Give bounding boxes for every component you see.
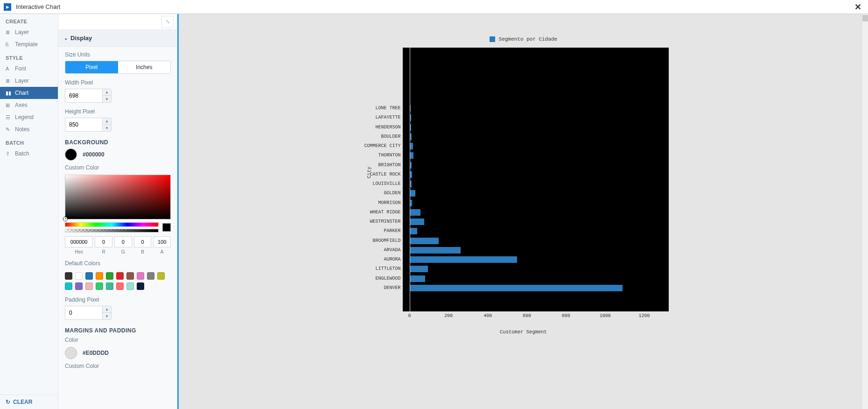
default-colors-label: Default Colors xyxy=(65,260,171,267)
palette-swatch[interactable] xyxy=(75,282,83,290)
palette-swatch[interactable] xyxy=(65,282,72,290)
size-units-label: Size Units xyxy=(65,51,171,58)
spinner-up-icon[interactable]: ▲ xyxy=(103,306,111,313)
palette-swatch[interactable] xyxy=(157,272,165,280)
spinner-up-icon[interactable]: ▲ xyxy=(103,118,111,125)
bar xyxy=(410,275,426,282)
y-tick-label: BOULDER xyxy=(361,134,401,139)
height-input[interactable] xyxy=(65,118,102,132)
close-icon[interactable]: ✕ xyxy=(852,2,864,12)
bar xyxy=(410,228,418,234)
nav-item-font[interactable]: AFont xyxy=(0,63,58,75)
palette-swatch[interactable] xyxy=(126,272,134,280)
nav-item-layer[interactable]: ≣Layer xyxy=(0,26,58,38)
margins-color-label: Color xyxy=(65,337,171,343)
g-input[interactable] xyxy=(114,236,132,247)
vertical-scrollbar[interactable] xyxy=(862,14,868,409)
palette-swatch[interactable] xyxy=(106,272,113,280)
b-input[interactable] xyxy=(134,236,152,247)
a-input[interactable] xyxy=(153,236,171,247)
nav-section-create: CREATE xyxy=(0,14,58,26)
spinner-down-icon[interactable]: ▼ xyxy=(103,313,111,319)
layer-icon: ≣ xyxy=(6,78,12,84)
bar xyxy=(410,152,413,159)
palette-swatch[interactable] xyxy=(85,272,93,280)
margins-swatch[interactable] xyxy=(65,347,77,359)
alpha-slider[interactable] xyxy=(65,229,159,233)
hex-input[interactable] xyxy=(65,236,93,247)
x-tick-labels: 020040060080010001200 xyxy=(403,311,669,321)
chart-figure: Segmento por Cidade City LONE TREELAFAYE… xyxy=(361,18,686,405)
palette-swatch[interactable] xyxy=(116,272,124,280)
bar xyxy=(410,285,623,291)
palette-swatch[interactable] xyxy=(106,282,113,290)
nav-item-batch[interactable]: ⇪Batch xyxy=(0,148,58,160)
palette-swatch[interactable] xyxy=(85,282,93,290)
nav-item-chart[interactable]: ▮▮Chart xyxy=(0,87,58,99)
chart-icon: ▮▮ xyxy=(6,90,12,96)
nav-item-notes[interactable]: ✎Notes xyxy=(0,123,58,135)
palette-swatch[interactable] xyxy=(65,272,72,280)
palette-swatch[interactable] xyxy=(116,282,124,290)
nav-item-layer-style[interactable]: ≣Layer xyxy=(0,75,58,87)
hue-slider[interactable] xyxy=(65,222,159,227)
properties-panel: ⤡ ⌄ Display Size Units Pixel Inches Widt… xyxy=(58,14,179,409)
collapse-panel-button[interactable]: ⤡ xyxy=(161,16,174,28)
palette-swatch[interactable] xyxy=(137,282,144,290)
nav-item-template[interactable]: ⎘Template xyxy=(0,38,58,50)
custom-color-label: Custom Color xyxy=(65,164,171,171)
x-tick-label: 200 xyxy=(444,313,453,318)
y-tick-label: BROOMFIELD xyxy=(361,238,401,243)
axes-icon: ⊞ xyxy=(6,102,12,108)
layer-icon: ≣ xyxy=(6,29,12,35)
spinner-up-icon[interactable]: ▲ xyxy=(103,89,111,96)
bar xyxy=(410,256,518,263)
refresh-icon: ↻ xyxy=(6,399,10,405)
height-label: Height Pixel xyxy=(65,108,171,115)
y-tick-label: LONE TREE xyxy=(361,106,401,111)
x-tick-label: 1200 xyxy=(639,313,650,318)
clear-button[interactable]: ↻CLEAR xyxy=(0,395,58,409)
nav-item-legend[interactable]: ☰Legend xyxy=(0,111,58,123)
y-tick-label: THORNTON xyxy=(361,153,401,158)
padding-input[interactable] xyxy=(65,306,102,320)
font-icon: A xyxy=(6,66,12,71)
bar xyxy=(410,266,428,272)
app-icon: ▶ xyxy=(4,3,11,11)
size-units-segmented: Pixel Inches xyxy=(65,61,171,74)
y-tick-label: WHEAT RIDGE xyxy=(361,210,401,215)
palette-swatch[interactable] xyxy=(96,282,103,290)
palette-swatch[interactable] xyxy=(96,272,103,280)
color-cursor[interactable] xyxy=(63,217,67,221)
background-hex-label: #000000 xyxy=(83,151,105,158)
margins-hex-label: #E0DDDD xyxy=(83,350,109,356)
background-swatch[interactable] xyxy=(65,148,77,161)
palette-swatch[interactable] xyxy=(137,272,144,280)
custom-color-label-2: Custom Color xyxy=(65,363,171,369)
y-tick-label: AURORA xyxy=(361,257,401,262)
x-tick-label: 0 xyxy=(408,313,411,318)
r-input[interactable] xyxy=(95,236,112,247)
y-tick-label: COMMERCE CITY xyxy=(361,143,401,148)
x-tick-label: 600 xyxy=(523,313,531,318)
palette-swatch[interactable] xyxy=(126,282,134,290)
accordion-display[interactable]: ⌄ Display xyxy=(58,30,177,47)
size-units-pixel[interactable]: Pixel xyxy=(65,61,118,73)
saturation-value-field[interactable] xyxy=(65,175,171,219)
y-tick-label: BRIGHTON xyxy=(361,162,401,168)
width-label: Width Pixel xyxy=(65,79,171,86)
size-units-inches[interactable]: Inches xyxy=(118,61,171,73)
bar xyxy=(410,143,413,149)
palette-swatch[interactable] xyxy=(147,272,154,280)
chart-legend: Segmento por Cidade xyxy=(361,36,686,42)
window-title: Interactive Chart xyxy=(16,3,60,10)
scrollbar-up-arrow[interactable] xyxy=(862,15,868,21)
palette-swatch[interactable] xyxy=(75,272,83,280)
nav-item-axes[interactable]: ⊞Axes xyxy=(0,99,58,111)
y-tick-label: PARKER xyxy=(361,228,401,233)
x-tick-label: 400 xyxy=(483,313,492,318)
width-input[interactable] xyxy=(65,89,102,103)
spinner-down-icon[interactable]: ▼ xyxy=(103,125,111,131)
spinner-down-icon[interactable]: ▼ xyxy=(103,96,111,102)
y-tick-label: GOLDEN xyxy=(361,190,401,196)
